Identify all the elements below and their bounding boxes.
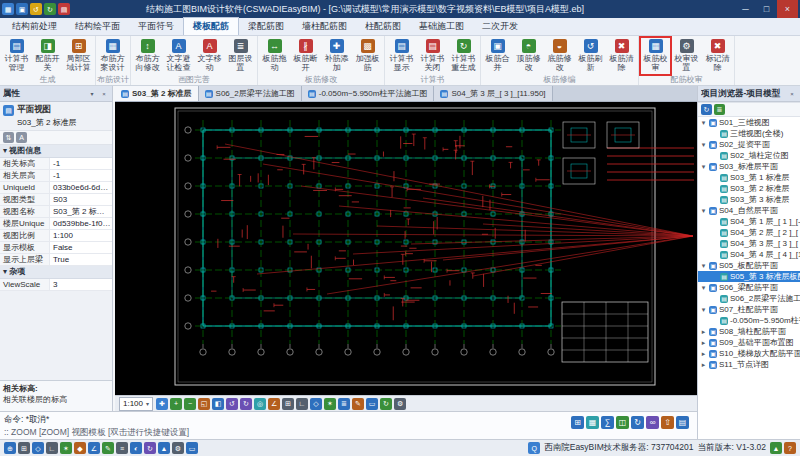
- calc-book-icon[interactable]: ∑: [601, 416, 614, 429]
- ribbon-button[interactable]: ◨配筋开关: [32, 37, 63, 75]
- expand-all-icon[interactable]: ≣: [714, 104, 725, 115]
- help-icon[interactable]: ?: [784, 442, 796, 454]
- tree-expander[interactable]: ▾: [700, 284, 707, 292]
- osnap-icon[interactable]: ◇: [310, 398, 322, 410]
- ribbon-button[interactable]: ▤计算书关闭: [417, 37, 448, 75]
- ortho-icon[interactable]: ∟: [46, 442, 58, 454]
- ribbon-button[interactable]: ≣图层设置: [225, 37, 256, 75]
- ribbon-button[interactable]: ▤计算书显示: [386, 37, 417, 75]
- tree-item[interactable]: ▾▣S01_三维视图: [698, 117, 800, 128]
- osnap-icon[interactable]: ◆: [74, 442, 86, 454]
- ribbon-tab[interactable]: 平面符号: [129, 18, 183, 35]
- sort-icon[interactable]: ⇅: [3, 132, 14, 143]
- zoom-window-icon[interactable]: ◧: [212, 398, 224, 410]
- tree-item[interactable]: ▸▣S11_节点详图: [698, 359, 800, 370]
- app-icon[interactable]: ▦: [2, 3, 14, 15]
- ribbon-button[interactable]: ↕布筋方向修改: [132, 37, 163, 75]
- clean-screen-icon[interactable]: ▭: [186, 442, 198, 454]
- tree-item[interactable]: ▤-0.050m~5.950m柱平法施工图: [698, 315, 800, 326]
- ribbon-button[interactable]: ◒底筋修改: [544, 37, 575, 75]
- ribbon-tab[interactable]: 柱配筋图: [356, 18, 410, 35]
- refresh-icon[interactable]: ↻: [701, 104, 712, 115]
- tree-item[interactable]: ▤S04_第 2 层_[ 2 ]_[ 3.950]: [698, 227, 800, 238]
- redo-icon[interactable]: ↻: [44, 3, 56, 15]
- tree-item[interactable]: ▤S04_第 3 层_[ 3 ]_[ 7.950]: [698, 238, 800, 249]
- ribbon-button[interactable]: ▦板筋校审: [640, 37, 671, 75]
- ribbon-button[interactable]: A文字避让检查: [163, 37, 194, 75]
- transparency-icon[interactable]: ◐: [130, 442, 142, 454]
- ribbon-tab[interactable]: 梁配筋图: [239, 18, 293, 35]
- service-qq-icon[interactable]: Q: [528, 442, 540, 454]
- prev-view-icon[interactable]: ↺: [226, 398, 238, 410]
- zoom-in-icon[interactable]: +: [170, 398, 182, 410]
- command-line-area[interactable]: 命令: *取消* :: ZOOM [ZOOM] 视图模板 [双击进行快捷键设置]…: [0, 411, 697, 439]
- sheet-icon[interactable]: ▦: [586, 416, 599, 429]
- sync-icon[interactable]: ↻: [631, 416, 644, 429]
- tree-item[interactable]: ▤三维视图(全楼): [698, 128, 800, 139]
- ortho-icon[interactable]: ∟: [296, 398, 308, 410]
- otrack-icon[interactable]: ∠: [88, 442, 100, 454]
- tree-item[interactable]: ▤S02_墙柱定位图: [698, 150, 800, 161]
- zoom-out-icon[interactable]: −: [184, 398, 196, 410]
- workspace-icon[interactable]: ⚙: [172, 442, 184, 454]
- ribbon-button[interactable]: ✚补筋添加: [321, 37, 352, 75]
- tree-item[interactable]: ▾▣S07_柱配筋平面: [698, 304, 800, 315]
- ribbon-button[interactable]: ▩加强板筋: [352, 37, 383, 75]
- minimize-button[interactable]: ─: [735, 0, 756, 18]
- measure-icon[interactable]: ∠: [268, 398, 280, 410]
- view-split-icon[interactable]: ◫: [616, 416, 629, 429]
- capture-icon[interactable]: ⊕: [4, 442, 16, 454]
- close-icon[interactable]: ×: [99, 89, 109, 99]
- property-row[interactable]: 视图类型S03: [0, 194, 112, 206]
- ribbon-tab[interactable]: 楼板配筋: [183, 17, 239, 35]
- save-icon[interactable]: ▣: [16, 3, 28, 15]
- ribbon-tab[interactable]: 结构绘平面: [66, 18, 129, 35]
- close-button[interactable]: ×: [777, 0, 798, 18]
- polar-icon[interactable]: ✶: [324, 398, 336, 410]
- tree-item[interactable]: ▾▣S02_提资平面: [698, 139, 800, 150]
- ribbon-button[interactable]: A文字移动: [194, 37, 225, 75]
- ribbon-button[interactable]: ∦板筋断开: [290, 37, 321, 75]
- ribbon-button[interactable]: ▦布筋方案设计: [97, 37, 128, 75]
- document-tab[interactable]: ▤S06_2层梁平法施工图: [199, 86, 302, 101]
- grid-toggle-icon[interactable]: ⊞: [282, 398, 294, 410]
- property-row[interactable]: 显示上层梁True: [0, 254, 112, 266]
- ribbon-tab[interactable]: 结构前处理: [3, 18, 66, 35]
- regen-icon[interactable]: ◎: [254, 398, 266, 410]
- property-section-header[interactable]: ▾ 杂项: [0, 266, 112, 279]
- tree-expander[interactable]: ▾: [700, 141, 707, 149]
- tree-item[interactable]: ▸▣S08_墙柱配筋平面: [698, 326, 800, 337]
- ribbon-button[interactable]: ⚙校审设置: [671, 37, 702, 75]
- document-tab[interactable]: ▤S04_第 3 层_[ 3 ]_[11.950]: [434, 86, 552, 101]
- refresh-icon[interactable]: ↻: [380, 398, 392, 410]
- property-row[interactable]: UniqueId033b0e6d-6d3e-4...: [0, 182, 112, 194]
- snap-icon[interactable]: ◇: [32, 442, 44, 454]
- print-icon[interactable]: ▤: [58, 3, 70, 15]
- selection-icon[interactable]: ▭: [366, 398, 378, 410]
- ribbon-button[interactable]: ◓顶筋修改: [513, 37, 544, 75]
- grid-icon[interactable]: ⊞: [18, 442, 30, 454]
- sort-alpha-icon[interactable]: A: [16, 132, 27, 143]
- tree-item[interactable]: ▸▣S09_基础平面布置图: [698, 337, 800, 348]
- annotation-icon[interactable]: ▲: [158, 442, 170, 454]
- property-row[interactable]: 显示模板False: [0, 242, 112, 254]
- ribbon-button[interactable]: ✖板筋清除: [606, 37, 637, 75]
- layer-icon[interactable]: ≣: [338, 398, 350, 410]
- ribbon-tab[interactable]: 基础施工图: [410, 18, 473, 35]
- tree-expander[interactable]: ▾: [700, 207, 707, 215]
- settings-icon[interactable]: ⚙: [394, 398, 406, 410]
- chevron-down-icon[interactable]: ▾: [87, 89, 97, 99]
- drawing-canvas[interactable]: [115, 102, 697, 395]
- property-row[interactable]: 视图名称S03_第 2 标准层: [0, 206, 112, 218]
- tree-item[interactable]: ▤S06_2层梁平法施工图: [698, 293, 800, 304]
- tree-item[interactable]: ▾▣S03_标准层平面: [698, 161, 800, 172]
- undo-icon[interactable]: ↺: [30, 3, 42, 15]
- property-section-header[interactable]: ▾ 视图信息: [0, 145, 112, 158]
- property-row[interactable]: 相关标高-1: [0, 158, 112, 170]
- ribbon-button[interactable]: ⊞局部区域计算: [63, 37, 94, 75]
- tree-item[interactable]: ▾▣S05_板配筋平面: [698, 260, 800, 271]
- ribbon-button[interactable]: ▤计算书管理: [1, 37, 32, 75]
- table-icon[interactable]: ⊞: [571, 416, 584, 429]
- tree-expander[interactable]: ▸: [700, 328, 707, 336]
- tree-item[interactable]: ▾▣S04_自然层平面: [698, 205, 800, 216]
